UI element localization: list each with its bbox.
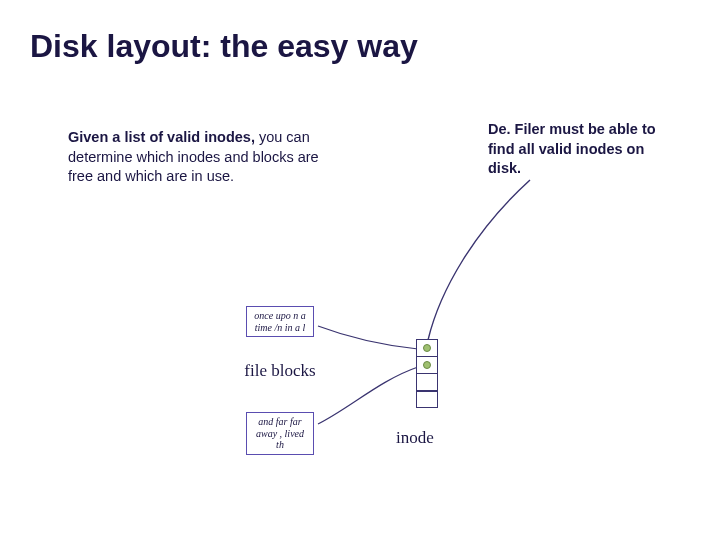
inode-pointer-dot xyxy=(423,344,431,352)
inode-column xyxy=(416,340,438,408)
left-explanation: Given a list of valid inodes, you can de… xyxy=(68,128,328,187)
file-block-snippet-2: and far far away , lived th xyxy=(246,412,314,455)
inode-cell-3 xyxy=(416,390,438,408)
slide-title: Disk layout: the easy way xyxy=(30,28,418,65)
file-blocks-label: file blocks xyxy=(238,362,322,381)
connector-lines xyxy=(0,0,720,540)
left-explanation-bold: Given a list of valid inodes, xyxy=(68,129,255,145)
inode-pointer-dot xyxy=(423,361,431,369)
inode-cell-1 xyxy=(416,356,438,374)
inode-cell-2 xyxy=(416,373,438,391)
file-block-snippet-1: once upo n a time /n in a l xyxy=(246,306,314,337)
inode-label: inode xyxy=(396,428,434,448)
right-requirement: De. Filer must be able to find all valid… xyxy=(488,120,678,179)
inode-cell-0 xyxy=(416,339,438,357)
